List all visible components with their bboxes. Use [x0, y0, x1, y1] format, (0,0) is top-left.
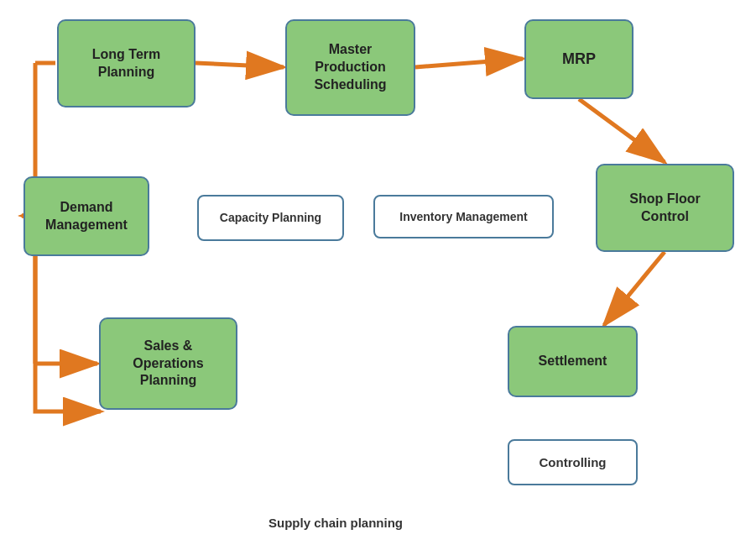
svg-line-4	[579, 99, 665, 162]
diagram-caption: Supply chain planning	[269, 516, 403, 530]
shop-floor-control-node: Shop Floor Control	[596, 164, 734, 252]
sales-operations-planning-node: Sales & Operations Planning	[99, 317, 237, 410]
master-production-scheduling-node: Master Production Scheduling	[285, 19, 415, 116]
svg-line-2	[196, 63, 284, 67]
mrp-node: MRP	[524, 19, 633, 99]
svg-line-3	[415, 59, 523, 67]
demand-management-node: Demand Management	[23, 176, 149, 256]
svg-line-5	[604, 252, 665, 325]
settlement-node: Settlement	[508, 326, 638, 397]
controlling-node: Controlling	[508, 439, 638, 485]
inventory-management-node: Inventory Management	[373, 195, 554, 238]
diagram-container: Long Term Planning Master Production Sch…	[0, 0, 756, 545]
long-term-planning-node: Long Term Planning	[57, 19, 196, 107]
capacity-planning-node: Capacity Planning	[197, 195, 344, 241]
